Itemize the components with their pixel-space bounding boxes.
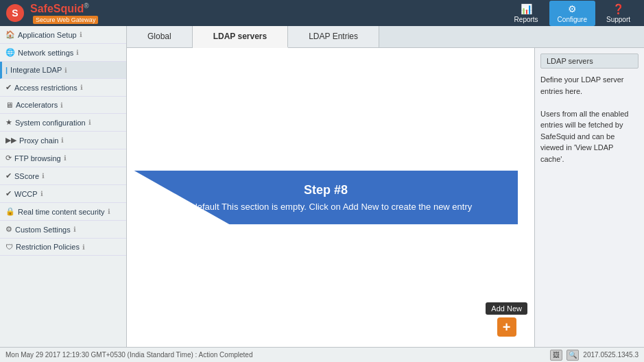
statusbar-left: Mon May 29 2017 12:19:30 GMT+0530 (India…: [5, 351, 252, 359]
sidebar-item-custom-settings[interactable]: ⚙ Custom Settings ℹ: [0, 221, 126, 239]
sidebar-item-wccp[interactable]: ✔ WCCP ℹ: [0, 185, 126, 203]
network-icon: 🌐: [5, 48, 15, 57]
content-area: Global LDAP servers LDAP Entries Step #8…: [127, 26, 644, 347]
header: S SafeSquid® Secure Web Gateway 📊 Report…: [0, 0, 644, 26]
home-icon: 🏠: [5, 30, 15, 39]
shield-icon: 🛡: [5, 243, 13, 251]
info-icon: ℹ: [60, 101, 63, 109]
logo-area: S SafeSquid® Secure Web Gateway: [5, 2, 98, 23]
sidebar-item-access-restrictions[interactable]: ✔ Access restrictions ℹ: [0, 79, 126, 97]
info-icon: ℹ: [76, 49, 79, 56]
logo-text: SafeSquid®: [30, 2, 98, 15]
statusbar-right: 🖼 🔍 2017.0525.1345.3: [550, 350, 639, 361]
info-icon: ℹ: [88, 119, 91, 126]
step-description: By default This section is empty. Click …: [180, 202, 473, 212]
sidebar-item-restriction-policies[interactable]: 🛡 Restriction Policies ℹ: [0, 239, 126, 256]
step-tooltip: Step #8 By default This section is empty…: [134, 171, 518, 225]
info-icon: ℹ: [82, 243, 85, 251]
lock-icon: 🔒: [5, 207, 15, 216]
tabs-bar: Global LDAP servers LDAP Entries: [127, 26, 644, 48]
sidebar-item-app-setup[interactable]: 🏠 Application Setup ℹ: [0, 26, 126, 44]
ldap-icon: |: [5, 66, 8, 74]
ftp-icon: ⟳: [5, 154, 12, 162]
add-new-label: Add New: [486, 302, 527, 315]
sidebar-item-proxy-chain[interactable]: ▶▶ Proxy chain ℹ: [0, 132, 126, 149]
svg-text:S: S: [12, 8, 18, 19]
sidebar-item-integrate-ldap[interactable]: | Integrate LDAP ℹ: [0, 62, 126, 79]
sidebar-item-realtime-security[interactable]: 🔒 Real time content security ℹ: [0, 203, 126, 221]
star-icon: ★: [5, 118, 12, 127]
tab-ldap-entries[interactable]: LDAP Entries: [288, 26, 379, 47]
right-panel-info: Users from all the enabled entries will …: [540, 110, 628, 163]
sidebar-item-network-settings[interactable]: 🌐 Network settings ℹ: [0, 44, 126, 62]
sidebar-label: Accelerators: [16, 101, 58, 109]
info-icon: ℹ: [64, 154, 67, 162]
sidebar-item-ftp-browsing[interactable]: ⟳ FTP browsing ℹ: [0, 149, 126, 167]
statusbar-icon2[interactable]: 🔍: [567, 350, 579, 361]
statusbar-version: 2017.0525.1345.3: [583, 351, 639, 359]
logo-icon: S: [5, 3, 25, 23]
logo-tagline: Secure Web Gateway: [33, 16, 98, 24]
sidebar-label: Integrate LDAP: [10, 66, 62, 74]
main-layout: 🏠 Application Setup ℹ 🌐 Network settings…: [0, 26, 644, 347]
support-button[interactable]: ❓ Support: [598, 1, 639, 26]
support-icon: ❓: [612, 3, 624, 14]
configure-button[interactable]: ⚙ Configure: [549, 1, 595, 26]
reports-button[interactable]: 📊 Reports: [506, 1, 547, 26]
info-icon: ℹ: [64, 67, 67, 74]
configure-icon: ⚙: [568, 3, 577, 14]
reports-icon: 📊: [521, 3, 532, 14]
sidebar-item-sscore[interactable]: ✔ SScore ℹ: [0, 167, 126, 185]
main-content: Step #8 By default This section is empty…: [127, 48, 644, 347]
check2-icon: ✔: [5, 171, 12, 180]
sidebar-label: Real time content security: [18, 208, 105, 216]
sidebar-label: Restriction Policies: [16, 243, 80, 251]
sidebar-item-system-config[interactable]: ★ System configuration ℹ: [0, 114, 126, 132]
statusbar-icon1[interactable]: 🖼: [550, 350, 562, 361]
sidebar-label: WCCP: [14, 190, 38, 198]
tab-global[interactable]: Global: [127, 26, 193, 47]
add-new-button[interactable]: +: [497, 317, 516, 337]
check3-icon: ✔: [5, 189, 12, 198]
center-panel: Step #8 By default This section is empty…: [127, 48, 534, 347]
monitor-icon: 🖥: [5, 101, 13, 109]
support-label: Support: [606, 16, 630, 23]
arrow-icon: ▶▶: [5, 136, 16, 145]
gear2-icon: ⚙: [5, 225, 12, 234]
tab-ldap-servers-label: LDAP servers: [213, 32, 267, 41]
configure-label: Configure: [558, 16, 587, 23]
sidebar-label: Network settings: [18, 49, 73, 57]
reports-label: Reports: [514, 16, 538, 23]
plus-icon: +: [503, 319, 511, 335]
sidebar-label: Proxy chain: [19, 136, 58, 145]
logo-name: SafeSquid: [30, 3, 84, 15]
info-icon: ℹ: [108, 208, 110, 215]
tab-ldap-servers[interactable]: LDAP servers: [193, 26, 289, 48]
sidebar-label: Application Setup: [18, 31, 77, 39]
info-icon: ℹ: [80, 84, 83, 91]
sidebar-label: System configuration: [15, 119, 86, 127]
logo-reg: ®: [84, 2, 88, 10]
tab-ldap-entries-label: LDAP Entries: [309, 32, 358, 41]
sidebar-label: FTP browsing: [14, 154, 61, 162]
step-number: Step #8: [154, 183, 497, 197]
info-icon: ℹ: [73, 226, 76, 233]
sidebar-label: Access restrictions: [14, 84, 77, 92]
right-panel: LDAP servers Define your LDAP server ent…: [534, 48, 644, 347]
check-icon: ✔: [5, 83, 12, 92]
sidebar: 🏠 Application Setup ℹ 🌐 Network settings…: [0, 26, 127, 347]
info-icon: ℹ: [42, 172, 45, 180]
info-icon: ℹ: [40, 190, 43, 197]
sidebar-label: SScore: [14, 172, 39, 180]
right-panel-title: LDAP servers: [540, 53, 639, 69]
right-panel-define: Define your LDAP server entries here.: [540, 75, 623, 95]
right-panel-text: Define your LDAP server entries here. Us…: [540, 74, 639, 165]
statusbar: Mon May 29 2017 12:19:30 GMT+0530 (India…: [0, 347, 644, 362]
header-nav: 📊 Reports ⚙ Configure ❓ Support: [506, 1, 639, 26]
sidebar-label: Custom Settings: [15, 226, 71, 234]
add-new-container: Add New +: [486, 302, 527, 337]
info-icon: ℹ: [61, 136, 64, 144]
tab-global-label: Global: [147, 32, 171, 41]
sidebar-item-accelerators[interactable]: 🖥 Accelerators ℹ: [0, 97, 126, 114]
info-icon: ℹ: [80, 31, 82, 38]
